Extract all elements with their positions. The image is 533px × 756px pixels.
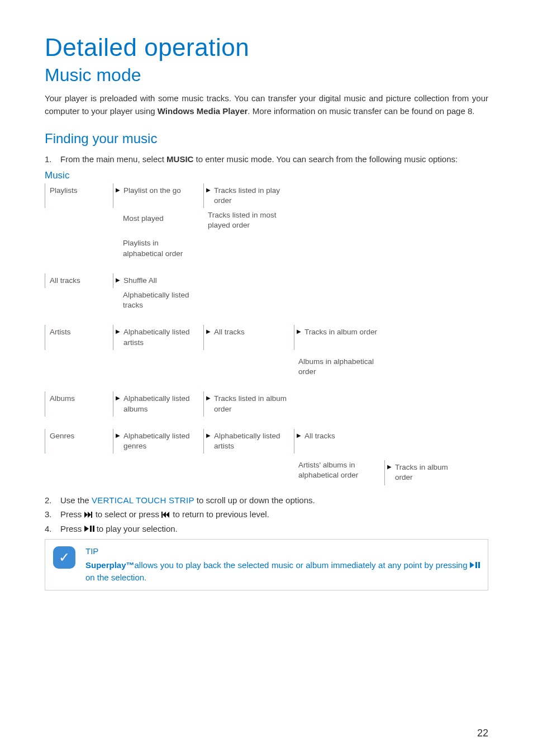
- step-1: 1.From the main menu, select MUSIC to en…: [45, 152, 488, 167]
- music-nav-table: Playlists Playlist on the go Tracks list…: [45, 183, 488, 485]
- next-track-icon: [84, 512, 93, 518]
- table-row: Alphabetically listed tracks: [113, 288, 203, 313]
- svg-marker-6: [84, 526, 89, 532]
- table-row: All tracks: [294, 429, 384, 453]
- table-row: Alphabetically listed artists: [113, 325, 203, 349]
- table-row: Albums: [45, 391, 113, 416]
- step-4-num: 4.: [45, 522, 60, 536]
- table-row: Tracks listed in most played order: [203, 208, 294, 233]
- table-row: Artists: [45, 325, 113, 349]
- page-number: 22: [477, 727, 488, 739]
- table-row: Playlists: [45, 183, 113, 208]
- table-row: Artists' albums in alphabetical order: [294, 453, 384, 485]
- svg-rect-2: [91, 512, 92, 518]
- table-row: Genres: [45, 429, 113, 453]
- tip-line1: allows you to play back the selected mus…: [135, 560, 470, 570]
- intro-bold: Windows Media Player: [158, 106, 248, 116]
- step-3-pre: Press: [60, 509, 84, 519]
- tip-content: TIP Superplay™allows you to play back th…: [85, 545, 480, 584]
- prev-track-icon: [161, 512, 170, 518]
- svg-rect-11: [478, 562, 480, 568]
- check-icon: ✓: [53, 546, 75, 569]
- section-title: Music mode: [45, 65, 488, 86]
- step-4: 4.Press to play your selection.: [45, 522, 488, 536]
- table-row: Playlists in alphabetical order: [113, 233, 203, 261]
- step-3-mid: to select or press: [93, 509, 162, 519]
- tip-line2: on the selection.: [85, 573, 146, 582]
- step-2-pre: Use the: [60, 495, 92, 505]
- table-row: Shuffle All: [113, 273, 203, 288]
- svg-marker-1: [88, 512, 91, 518]
- table-row: Tracks listed in album order: [203, 391, 294, 416]
- svg-marker-9: [470, 562, 474, 568]
- step-4-post: to play your selection.: [94, 524, 178, 533]
- table-row: All tracks: [203, 325, 294, 349]
- table-row: Alphabetically listed albums: [113, 391, 203, 416]
- table-row: Alphabetically listed artists: [203, 429, 294, 453]
- svg-rect-7: [90, 526, 92, 532]
- table-row: Alphabetically listed genres: [113, 429, 203, 453]
- table-row: Playlist on the go: [113, 183, 203, 208]
- svg-marker-0: [84, 512, 88, 518]
- tip-brand: Superplay™: [85, 560, 135, 570]
- step-2: 2.Use the VERTICAL TOUCH STRIP to scroll…: [45, 493, 488, 508]
- step-3-num: 3.: [45, 507, 60, 522]
- play-pause-icon: [470, 562, 480, 568]
- step-3-post: to return to previous level.: [170, 509, 269, 519]
- table-row: Tracks in album order: [384, 460, 470, 485]
- tip-heading: TIP: [85, 545, 480, 558]
- step-1-pre: From the main menu, select: [60, 154, 166, 164]
- step-2-num: 2.: [45, 493, 60, 508]
- step-1-post: to enter music mode. You can search from…: [193, 154, 458, 164]
- table-row: Most played: [113, 208, 203, 233]
- step-3: 3.Press to select or press to return to …: [45, 507, 488, 522]
- page-title: Detailed operation: [45, 34, 488, 62]
- svg-marker-4: [163, 512, 166, 518]
- svg-rect-3: [161, 512, 163, 518]
- intro-part2: . More information on music transfer can…: [248, 106, 474, 116]
- svg-rect-10: [475, 562, 477, 568]
- svg-rect-8: [93, 526, 94, 532]
- table-row: Albums in alphabetical order: [294, 350, 384, 379]
- step-1-bold: MUSIC: [166, 154, 193, 164]
- table-row: All tracks: [45, 273, 113, 288]
- svg-marker-5: [166, 512, 169, 518]
- tip-box: ✓ TIP Superplay™allows you to play back …: [45, 539, 488, 590]
- step-1-num: 1.: [45, 152, 60, 167]
- intro-paragraph: Your player is preloaded with some music…: [45, 92, 488, 117]
- step-2-post: to scroll up or down the options.: [194, 495, 315, 505]
- table-row: Tracks in album order: [294, 325, 384, 349]
- step-4-pre: Press: [60, 524, 84, 533]
- play-pause-icon: [84, 526, 94, 532]
- table-row: Tracks listed in play order: [203, 183, 294, 208]
- sub-heading: Finding your music: [45, 131, 488, 147]
- step-2-sc: VERTICAL TOUCH STRIP: [92, 495, 194, 505]
- table-heading: Music: [45, 170, 488, 181]
